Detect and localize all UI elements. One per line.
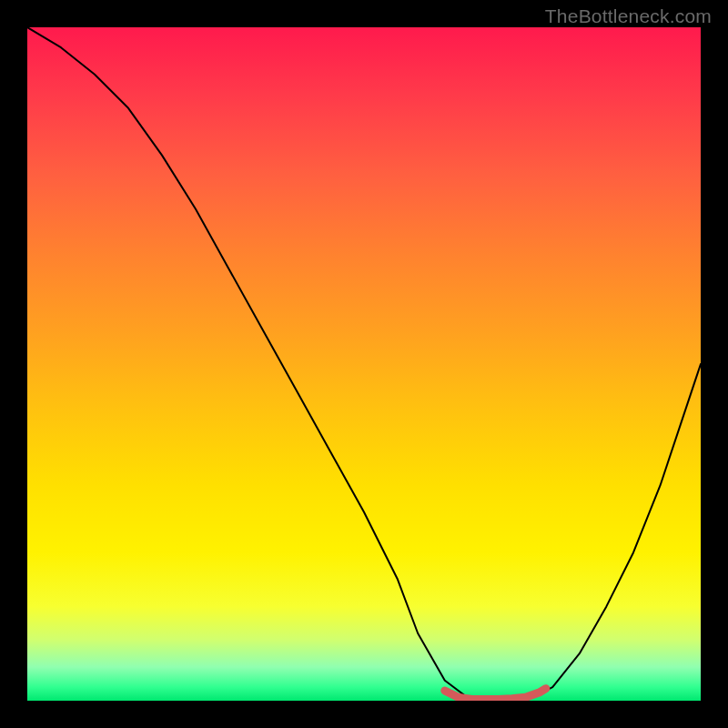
watermark-text: TheBottleneck.com <box>545 5 712 27</box>
chart-frame: TheBottleneck.com <box>0 0 728 728</box>
series-bottom-segment <box>445 689 546 700</box>
chart-overlay <box>27 27 701 701</box>
series-curve <box>27 27 701 701</box>
